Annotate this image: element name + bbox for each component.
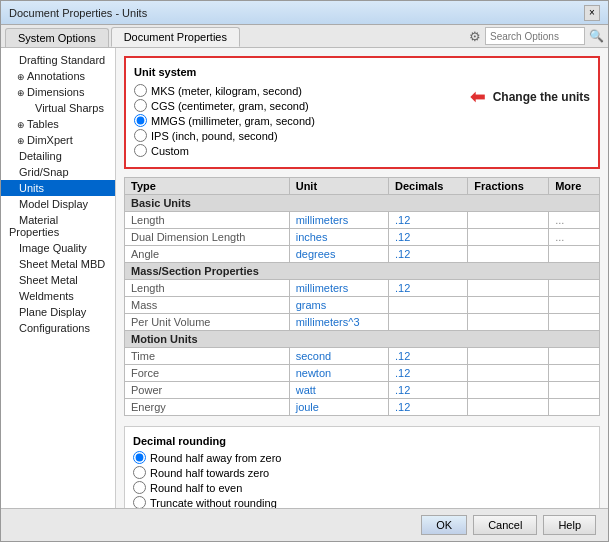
tab-system-options[interactable]: System Options [5,28,109,47]
table-row: Per Unit Volume millimeters^3 [125,314,600,331]
cell-force-decimals[interactable]: .12 [389,365,468,382]
footer: OK Cancel Help [1,508,608,541]
table-row: Dual Dimension Length inches .12 ... [125,229,600,246]
radio-round-half-away[interactable] [133,451,146,464]
col-fractions: Fractions [468,178,549,195]
sidebar-item-drafting-standard[interactable]: Drafting Standard [1,52,115,68]
close-button[interactable]: × [584,5,600,21]
cell-time-fractions [468,348,549,365]
sidebar-item-grid-snap[interactable]: Grid/Snap [1,164,115,180]
radio-round-half-even[interactable] [133,481,146,494]
window-title: Document Properties - Units [9,7,147,19]
radio-round-half-away-label: Round half away from zero [150,452,281,464]
sidebar-item-virtual-sharps[interactable]: Virtual Sharps [1,100,115,116]
cell-mass-length-decimals[interactable]: .12 [389,280,468,297]
cell-length-more[interactable]: ... [549,212,600,229]
cell-power-decimals[interactable]: .12 [389,382,468,399]
cell-dual-more[interactable]: ... [549,229,600,246]
col-more: More [549,178,600,195]
cell-length-decimals[interactable]: .12 [389,212,468,229]
sidebar-item-sheet-metal-mbd[interactable]: Sheet Metal MBD [1,256,115,272]
radio-ips[interactable] [134,129,147,142]
col-decimals: Decimals [389,178,468,195]
cell-angle-unit[interactable]: degrees [289,246,388,263]
sidebar-item-material-properties[interactable]: Material Properties [1,212,115,240]
units-table: Type Unit Decimals Fractions More Basic … [124,177,600,416]
motion-section-header: Motion Units [125,331,600,348]
radio-round-half-towards[interactable] [133,466,146,479]
radio-truncate-row: Truncate without rounding [133,496,591,508]
tab-document-properties[interactable]: Document Properties [111,27,240,47]
sidebar-item-dimxpert[interactable]: ⊕DimXpert [1,132,115,148]
sidebar-item-configurations[interactable]: Configurations [1,320,115,336]
cell-volume-unit[interactable]: millimeters^3 [289,314,388,331]
radio-ips-row: IPS (inch, pound, second) [134,129,315,142]
motion-section-label: Motion Units [125,331,600,348]
cell-energy-unit[interactable]: joule [289,399,388,416]
radio-mks-row: MKS (meter, kilogram, second) [134,84,315,97]
sidebar-item-weldments[interactable]: Weldments [1,288,115,304]
expander-annotations: ⊕ [17,72,27,82]
sidebar-item-plane-display[interactable]: Plane Display [1,304,115,320]
help-button[interactable]: Help [543,515,596,535]
cell-dual-decimals[interactable]: .12 [389,229,468,246]
radio-mks[interactable] [134,84,147,97]
radio-round-half-even-label: Round half to even [150,482,242,494]
search-icon: 🔍 [589,29,604,43]
cell-angle-decimals[interactable]: .12 [389,246,468,263]
sidebar-item-model-display[interactable]: Model Display [1,196,115,212]
search-bar: ⚙ 🔍 [469,27,604,47]
ok-button[interactable]: OK [421,515,467,535]
cell-mass-length-unit[interactable]: millimeters [289,280,388,297]
table-row: Mass grams [125,297,600,314]
cell-power-more [549,382,600,399]
search-input[interactable] [485,27,585,45]
radio-mmgs[interactable] [134,114,147,127]
cell-mass-unit[interactable]: grams [289,297,388,314]
tab-bar: System Options Document Properties ⚙ 🔍 [1,25,608,48]
cell-angle-fractions [468,246,549,263]
cell-dual-type: Dual Dimension Length [125,229,290,246]
cell-dual-unit[interactable]: inches [289,229,388,246]
cell-length-unit[interactable]: millimeters [289,212,388,229]
cell-force-unit[interactable]: newton [289,365,388,382]
sidebar-item-annotations[interactable]: ⊕Annotations [1,68,115,84]
radio-truncate-label: Truncate without rounding [150,497,277,509]
radio-custom[interactable] [134,144,147,157]
cell-mass-more [549,297,600,314]
cell-power-unit[interactable]: watt [289,382,388,399]
sidebar-item-image-quality[interactable]: Image Quality [1,240,115,256]
sidebar-item-dimensions[interactable]: ⊕Dimensions [1,84,115,100]
expander-dimxpert: ⊕ [17,136,27,146]
sidebar-item-sheet-metal[interactable]: Sheet Metal [1,272,115,288]
cell-force-fractions [468,365,549,382]
radio-ips-label: IPS (inch, pound, second) [151,130,278,142]
mass-section-label: Mass/Section Properties [125,263,600,280]
sidebar-item-tables[interactable]: ⊕Tables [1,116,115,132]
content-area: Unit system MKS (meter, kilogram, second… [116,48,608,508]
radio-mmgs-label: MMGS (millimeter, gram, second) [151,115,315,127]
cell-time-more [549,348,600,365]
cell-mass-decimals [389,297,468,314]
sidebar-item-units[interactable]: Units [1,180,115,196]
cell-energy-more [549,399,600,416]
cell-time-decimals[interactable]: .12 [389,348,468,365]
col-unit: Unit [289,178,388,195]
cancel-button[interactable]: Cancel [473,515,537,535]
unit-system-title: Unit system [134,66,590,78]
radio-mks-label: MKS (meter, kilogram, second) [151,85,302,97]
title-bar: Document Properties - Units × [1,1,608,25]
cell-time-unit[interactable]: second [289,348,388,365]
cell-energy-type: Energy [125,399,290,416]
cell-energy-decimals[interactable]: .12 [389,399,468,416]
radio-custom-row: Custom [134,144,315,157]
cell-angle-type: Angle [125,246,290,263]
radio-cgs[interactable] [134,99,147,112]
radio-truncate[interactable] [133,496,146,508]
cell-mass-type: Mass [125,297,290,314]
radio-round-half-towards-row: Round half towards zero [133,466,591,479]
sidebar-item-detailing[interactable]: Detailing [1,148,115,164]
table-row: Angle degrees .12 [125,246,600,263]
cell-dual-fractions [468,229,549,246]
radio-mmgs-row: MMGS (millimeter, gram, second) [134,114,315,127]
